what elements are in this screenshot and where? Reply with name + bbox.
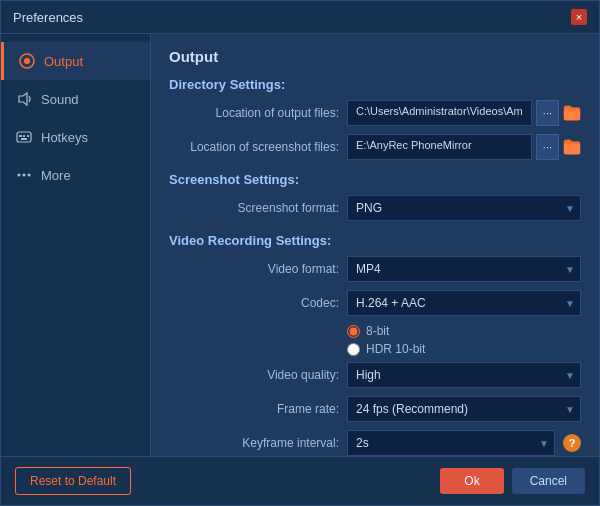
screenshot-path-container: E:\AnyRec PhoneMirror ··· [347, 134, 581, 160]
video-recording-title: Video Recording Settings: [169, 233, 581, 248]
video-format-select[interactable]: MP4 MOV AVI [347, 256, 581, 282]
video-format-label: Video format: [169, 262, 339, 276]
output-files-label: Location of output files: [169, 106, 339, 120]
framerate-select-wrapper: 24 fps (Recommend) 30 fps 60 fps ▼ [347, 396, 581, 422]
keyframe-select-wrapper: 2s 1s 5s ▼ [347, 430, 555, 456]
svg-rect-11 [564, 110, 580, 120]
sidebar-label-more: More [41, 168, 71, 183]
svg-rect-7 [21, 138, 27, 140]
output-dots-button[interactable]: ··· [536, 100, 559, 126]
sidebar-item-sound[interactable]: Sound [1, 80, 150, 118]
sidebar-label-output: Output [44, 54, 83, 69]
keyframe-row: Keyframe interval: 2s 1s 5s ▼ ? [169, 430, 581, 456]
reset-button[interactable]: Reset to Default [15, 467, 131, 495]
footer-right-buttons: Ok Cancel [440, 468, 585, 494]
screenshot-files-row: Location of screenshot files: E:\AnyRec … [169, 134, 581, 160]
radio-hdr-label: HDR 10-bit [366, 342, 425, 356]
video-codec-select-wrapper: H.264 + AAC H.265 + AAC ▼ [347, 290, 581, 316]
screenshot-format-row: Screenshot format: PNG JPG BMP ▼ [169, 195, 581, 221]
video-format-select-wrapper: MP4 MOV AVI ▼ [347, 256, 581, 282]
video-quality-row: Video quality: High Medium Low ▼ [169, 362, 581, 388]
svg-point-1 [24, 58, 30, 64]
framerate-select[interactable]: 24 fps (Recommend) 30 fps 60 fps [347, 396, 581, 422]
video-quality-select-wrapper: High Medium Low ▼ [347, 362, 581, 388]
screenshot-format-select[interactable]: PNG JPG BMP [347, 195, 581, 221]
keyframe-label: Keyframe interval: [169, 436, 339, 450]
window-title: Preferences [13, 10, 83, 25]
video-codec-row: Codec: H.264 + AAC H.265 + AAC ▼ [169, 290, 581, 316]
screenshot-format-label: Screenshot format: [169, 201, 339, 215]
screenshot-dots-button[interactable]: ··· [536, 134, 559, 160]
svg-point-10 [28, 174, 31, 177]
footer: Reset to Default Ok Cancel [1, 456, 599, 505]
screenshot-path-input[interactable]: E:\AnyRec PhoneMirror [347, 134, 532, 160]
output-folder-button[interactable] [563, 100, 581, 126]
title-bar: Preferences × [1, 1, 599, 34]
svg-rect-6 [27, 135, 29, 137]
sidebar-item-more[interactable]: More [1, 156, 150, 194]
ok-button[interactable]: Ok [440, 468, 503, 494]
framerate-row: Frame rate: 24 fps (Recommend) 30 fps 60… [169, 396, 581, 422]
cancel-button[interactable]: Cancel [512, 468, 585, 494]
preferences-dialog: Preferences × Output [0, 0, 600, 506]
sidebar-label-sound: Sound [41, 92, 79, 107]
sidebar: Output Sound [1, 34, 151, 456]
output-files-row: Location of output files: C:\Users\Admin… [169, 100, 581, 126]
directory-settings-title: Directory Settings: [169, 77, 581, 92]
svg-rect-5 [23, 135, 25, 137]
screenshot-files-label: Location of screenshot files: [169, 140, 339, 154]
sidebar-label-hotkeys: Hotkeys [41, 130, 88, 145]
close-button[interactable]: × [571, 9, 587, 25]
output-path-container: C:\Users\Administrator\Videos\Am ··· [347, 100, 581, 126]
help-icon[interactable]: ? [563, 434, 581, 452]
svg-marker-2 [19, 93, 27, 105]
output-path-input[interactable]: C:\Users\Administrator\Videos\Am [347, 100, 532, 126]
radio-8bit-input[interactable] [347, 325, 360, 338]
screenshot-settings-title: Screenshot Settings: [169, 172, 581, 187]
content-area: Output Sound [1, 34, 599, 456]
video-quality-select[interactable]: High Medium Low [347, 362, 581, 388]
hotkeys-icon [15, 128, 33, 146]
sound-icon [15, 90, 33, 108]
sidebar-item-hotkeys[interactable]: Hotkeys [1, 118, 150, 156]
screenshot-folder-button[interactable] [563, 134, 581, 160]
main-content: Output Directory Settings: Location of o… [151, 34, 599, 456]
radio-8bit-label: 8-bit [366, 324, 389, 338]
bit-depth-radio-group: 8-bit HDR 10-bit [347, 324, 581, 356]
svg-rect-4 [19, 135, 22, 137]
video-codec-label: Codec: [169, 296, 339, 310]
main-title: Output [169, 48, 581, 65]
radio-hdr[interactable]: HDR 10-bit [347, 342, 581, 356]
svg-point-8 [23, 174, 26, 177]
sidebar-item-output[interactable]: Output [1, 42, 150, 80]
screenshot-format-select-wrapper: PNG JPG BMP ▼ [347, 195, 581, 221]
video-codec-select[interactable]: H.264 + AAC H.265 + AAC [347, 290, 581, 316]
svg-point-9 [18, 174, 21, 177]
video-format-row: Video format: MP4 MOV AVI ▼ [169, 256, 581, 282]
svg-rect-12 [564, 144, 580, 154]
radio-8bit[interactable]: 8-bit [347, 324, 581, 338]
radio-hdr-input[interactable] [347, 343, 360, 356]
keyframe-select[interactable]: 2s 1s 5s [347, 430, 555, 456]
output-icon [18, 52, 36, 70]
video-quality-label: Video quality: [169, 368, 339, 382]
more-icon [15, 166, 33, 184]
framerate-label: Frame rate: [169, 402, 339, 416]
